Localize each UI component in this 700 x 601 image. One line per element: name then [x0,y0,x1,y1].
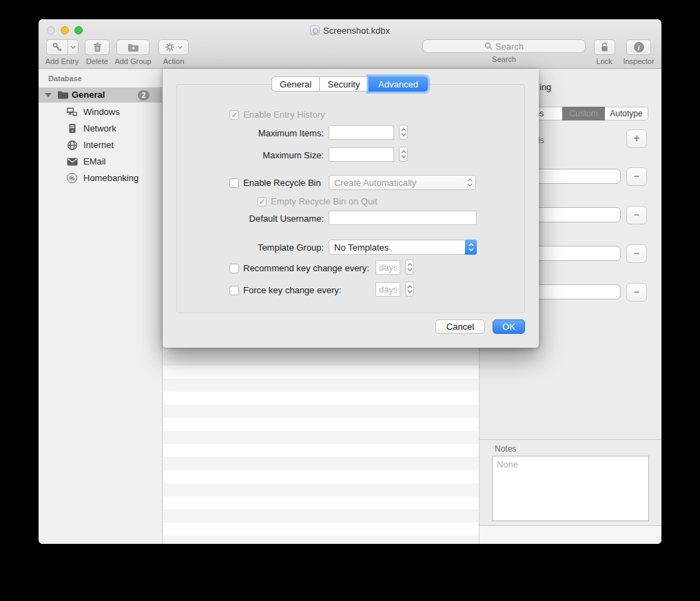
action-label: Action [163,57,185,65]
add-entry-label: Add Entry [45,57,79,65]
sidebar-item-label: Network [83,123,116,134]
add-group-button[interactable] [116,39,150,55]
add-entry-dropdown-arrow[interactable] [68,39,79,55]
delete-toolbar-item: Delete [83,39,112,65]
recommend-key-change-label: Recommend key change every: [243,263,369,273]
sidebar-item-general[interactable]: General 2 [39,87,163,103]
maximum-items-label: Maximum Items: [231,128,324,138]
force-days-input[interactable] [375,282,400,297]
maximum-items-stepper[interactable] [399,125,408,140]
sidebar-item-label: EMail [83,156,106,167]
maximum-size-input[interactable] [329,147,394,162]
inspector-button[interactable]: i [626,39,651,55]
popup-chevrons-icon [465,240,477,255]
maximum-size-stepper[interactable] [399,147,408,162]
sidebar-item-homebanking[interactable]: % Homebanking [39,170,163,187]
add-group-label: Add Group [114,57,151,65]
tab-advanced[interactable]: Advanced [369,76,428,92]
sidebar-item-label: Windows [83,107,120,117]
tab-general[interactable]: General [271,76,319,92]
document-proxy-icon [310,25,320,35]
enable-entry-history-label: Enable Entry History [243,109,325,120]
enable-entry-history-checkbox[interactable] [229,110,239,120]
delete-button[interactable] [85,39,110,55]
remove-custom-field-button-3[interactable] [626,244,647,263]
notes-textarea[interactable] [492,456,649,521]
sidebar-section-header: Database [48,74,82,83]
app-window: Screenshot.kdbx Add Entry Delete [39,19,661,544]
recommend-key-change-checkbox[interactable] [229,264,239,273]
add-group-toolbar-item: Add Group [112,39,154,65]
template-group-popup[interactable]: No Templates [329,240,477,255]
popup-chevrons-icon [464,176,475,189]
force-key-change-label: Force key change every: [243,285,341,295]
settings-tabs: General Security Advanced [271,76,428,92]
search-placeholder: Search [495,41,524,52]
titlebar-toolbar: Screenshot.kdbx Add Entry Delete [39,19,661,69]
ok-button[interactable]: OK [493,319,525,334]
windows-icon [66,106,78,118]
divider [480,439,661,440]
enable-recycle-bin-checkbox[interactable] [229,178,239,188]
percent-icon: % [66,172,78,184]
tab-autotype[interactable]: Autotype [605,107,648,120]
template-group-value: No Templates [329,242,465,253]
tab-custom[interactable]: Custom [562,107,605,120]
lock-button[interactable] [594,39,615,55]
action-toolbar-item: Action [157,39,190,65]
custom-fields-label-fragment: ls [538,136,544,145]
disclosure-triangle-icon[interactable] [45,93,52,97]
lock-icon [600,42,609,52]
empty-recycle-bin-label: Empty Recycle Bin on Quit [271,196,378,207]
info-icon: i [634,42,644,52]
maximum-items-input[interactable] [329,125,394,140]
sidebar-item-label: Homebanking [83,173,138,183]
cancel-button[interactable]: Cancel [435,319,485,334]
gear-icon [165,42,175,52]
force-key-change-checkbox[interactable] [229,286,239,295]
maximum-size-label: Maximum Size: [231,150,324,160]
default-username-label: Default Username: [231,213,324,224]
envelope-icon [66,156,78,167]
inspector-toolbar-item: i Inspector [619,39,658,65]
remove-custom-field-button-1[interactable] [626,167,647,186]
sidebar-item-label: General [72,89,105,100]
lock-toolbar-item: Lock [590,39,618,65]
server-icon [66,123,78,134]
search-input[interactable]: Search [422,39,586,53]
sidebar-item-internet[interactable]: Internet [39,137,163,154]
recycle-bin-mode-popup[interactable]: Create Automatically [329,175,476,190]
recommend-days-input[interactable] [375,260,400,275]
action-button[interactable] [158,39,189,55]
search-label: Search [492,55,516,63]
sidebar-item-network[interactable]: Network [39,120,163,137]
window-title: Screenshot.kdbx [323,25,390,36]
sidebar-item-email[interactable]: EMail [39,154,163,170]
database-settings-dialog: General Security Advanced Enable Entry H… [163,69,539,348]
recommend-days-stepper[interactable] [405,260,414,275]
template-group-label: Template Group: [231,242,324,253]
trash-icon [93,42,102,52]
add-custom-field-button[interactable] [626,129,647,148]
sidebar-item-windows[interactable]: Windows [39,104,163,120]
window-title-area: Screenshot.kdbx [39,24,661,36]
tab-security[interactable]: Security [319,76,369,92]
globe-icon [66,139,78,151]
enable-recycle-bin-label: Enable Recycle Bin [243,178,321,188]
key-plus-icon[interactable] [46,39,68,55]
remove-custom-field-button-2[interactable] [626,206,647,224]
action-dropdown-arrow [178,45,183,49]
inspector-title-fragment: ing [539,82,551,92]
folder-plus-icon [127,43,139,52]
force-days-stepper[interactable] [405,282,414,297]
default-username-input[interactable] [329,211,477,225]
empty-recycle-bin-checkbox[interactable] [257,197,267,207]
notes-label: Notes [495,444,516,454]
search-icon [484,42,493,50]
remove-custom-field-button-4[interactable] [626,283,647,302]
folder-icon [57,89,69,100]
lock-label: Lock [596,57,612,65]
add-entry-button[interactable] [46,39,79,55]
inspector-label: Inspector [623,57,654,65]
inspector-bottom-strip [480,526,661,544]
